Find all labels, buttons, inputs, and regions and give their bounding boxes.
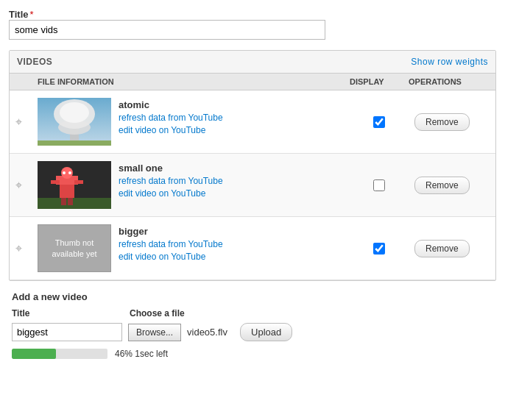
add-video-inputs: Browse... video5.flv Upload: [12, 323, 493, 341]
thumb-svg-small: [38, 161, 111, 209]
svg-rect-14: [68, 198, 73, 205]
display-cell-bigger: [350, 243, 409, 255]
operations-cell-atomic: Remove: [409, 113, 490, 131]
drag-handle-atomic[interactable]: ⌖: [15, 115, 38, 129]
file-info-small: small one refresh data from YouTube edit…: [38, 161, 350, 209]
svg-rect-13: [61, 198, 66, 205]
new-video-title-input[interactable]: [12, 323, 122, 341]
svg-point-16: [68, 171, 71, 174]
title-label: Title: [9, 9, 29, 20]
progress-row: 46% 1sec left: [12, 349, 493, 359]
table-row: ⌖: [10, 154, 495, 217]
display-checkbox-small[interactable]: [373, 179, 385, 191]
edit-link-atomic[interactable]: edit video on YouTube: [119, 125, 223, 135]
new-title-label: Title: [12, 308, 130, 318]
progress-text: 46% 1sec left: [115, 349, 168, 359]
operations-cell-bigger: Remove: [409, 240, 490, 257]
remove-button-small[interactable]: Remove: [414, 177, 470, 194]
add-video-section: Add a new video Title Choose a file Brow…: [9, 291, 496, 359]
display-cell-atomic: [350, 116, 409, 128]
title-field-label: Title*: [9, 9, 496, 20]
table-header: FILE INFORMATION DISPLAY OPERATIONS: [10, 74, 495, 90]
video-title-atomic: atomic: [119, 99, 223, 110]
col-operations: OPERATIONS: [409, 77, 490, 86]
table-row: ⌖ Thumb not available yet bigger refresh…: [10, 217, 495, 280]
thumb-bigger: Thumb not available yet: [38, 224, 111, 272]
svg-rect-5: [38, 140, 111, 146]
progress-bar-fill: [12, 349, 56, 359]
add-video-labels: Title Choose a file: [12, 308, 493, 318]
file-info-bigger: Thumb not available yet bigger refresh d…: [38, 224, 350, 272]
svg-point-15: [63, 171, 66, 174]
display-checkbox-atomic[interactable]: [373, 116, 385, 128]
refresh-link-atomic[interactable]: refresh data from YouTube: [119, 113, 223, 123]
videos-section: VIDEOS Show row weights FILE INFORMATION…: [9, 50, 496, 281]
title-input[interactable]: [9, 20, 325, 40]
progress-bar-background: [12, 349, 107, 359]
col-display: DISPLAY: [350, 77, 409, 86]
file-info-atomic: atomic refresh data from YouTube edit vi…: [38, 98, 350, 146]
edit-link-small[interactable]: edit video on YouTube: [119, 188, 223, 199]
display-checkbox-bigger[interactable]: [373, 243, 385, 255]
remove-button-atomic[interactable]: Remove: [414, 113, 470, 131]
svg-point-4: [60, 102, 89, 123]
add-video-form: Title Choose a file Browse... video5.flv…: [12, 308, 493, 359]
edit-link-bigger[interactable]: edit video on YouTube: [119, 252, 223, 262]
video-meta-atomic: atomic refresh data from YouTube edit vi…: [119, 98, 223, 135]
drag-handle-small[interactable]: ⌖: [15, 179, 38, 192]
choose-file-label: Choose a file: [130, 308, 185, 318]
video-meta-small: small one refresh data from YouTube edit…: [119, 161, 223, 199]
thumb-svg-atomic: [38, 98, 111, 146]
svg-rect-12: [74, 180, 83, 184]
svg-rect-11: [51, 180, 60, 184]
thumb-small: [38, 161, 111, 209]
drag-handle-bigger[interactable]: ⌖: [15, 242, 38, 255]
display-cell-small: [350, 179, 409, 191]
table-row: ⌖: [10, 90, 495, 154]
refresh-link-bigger[interactable]: refresh data from YouTube: [119, 239, 223, 249]
upload-button[interactable]: Upload: [240, 323, 292, 341]
thumb-placeholder-bigger: Thumb not available yet: [38, 224, 111, 272]
video-title-small: small one: [119, 163, 223, 174]
add-video-section-title: Add a new video: [12, 291, 493, 302]
browse-button[interactable]: Browse...: [128, 324, 181, 341]
operations-cell-small: Remove: [409, 177, 490, 194]
file-name-display: video5.flv: [187, 327, 231, 338]
video-meta-bigger: bigger refresh data from YouTube edit vi…: [119, 224, 223, 262]
videos-section-header: VIDEOS Show row weights: [10, 51, 495, 74]
svg-rect-7: [38, 198, 111, 209]
thumb-atomic: [38, 98, 111, 146]
refresh-link-small[interactable]: refresh data from YouTube: [119, 176, 223, 186]
col-file-info: FILE INFORMATION: [38, 77, 350, 86]
required-indicator: *: [30, 9, 34, 20]
video-title-bigger: bigger: [119, 226, 223, 237]
show-row-weights-link[interactable]: Show row weights: [411, 57, 488, 67]
remove-button-bigger[interactable]: Remove: [414, 240, 470, 257]
